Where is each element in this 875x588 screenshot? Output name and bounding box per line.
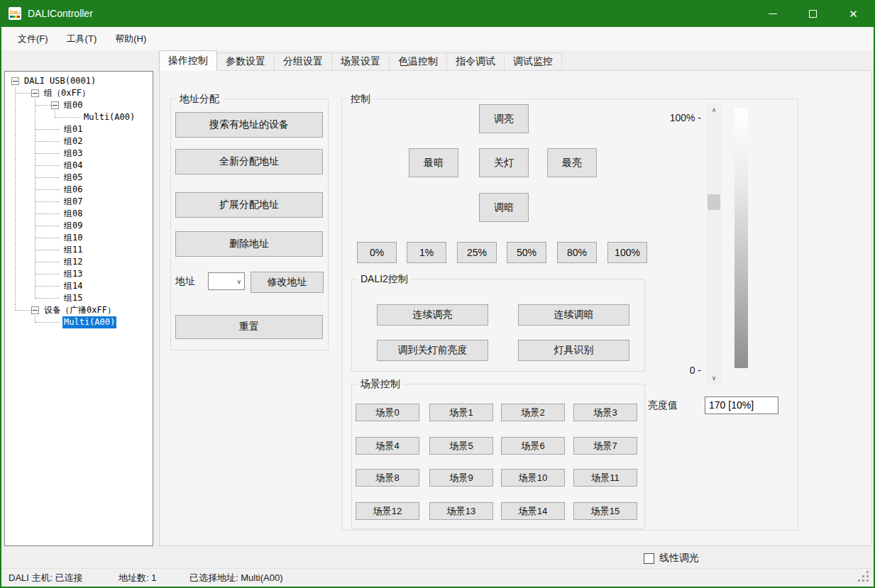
tree-item[interactable]: 组07 [5, 196, 153, 208]
tree-item[interactable]: 组11 [5, 244, 153, 256]
tree-item-label[interactable]: 组14 [62, 280, 84, 292]
tree-item-label[interactable]: 组03 [62, 148, 84, 160]
min-brightness-button[interactable]: 最暗 [409, 148, 458, 177]
max-brightness-button[interactable]: 最亮 [547, 148, 597, 177]
scene-10-button[interactable]: 场景10 [501, 469, 565, 487]
tree-item[interactable]: 组05 [5, 172, 153, 184]
tree-item[interactable]: 组09 [5, 220, 153, 232]
tree-item[interactable]: 组03 [5, 148, 153, 160]
scroll-down-button[interactable]: ∨ [707, 372, 721, 384]
tab-parameter-settings[interactable]: 参数设置 [217, 52, 275, 71]
tree-item-label[interactable]: 组07 [62, 196, 84, 208]
tab-operation-control[interactable]: 操作控制 [159, 50, 217, 71]
tree-item-label[interactable]: 组10 [62, 232, 84, 244]
tree-expand-minus-icon[interactable] [31, 306, 39, 314]
goto-last-level-button[interactable]: 调到关灯前亮度 [377, 340, 488, 361]
tree-item-label[interactable]: 组04 [62, 160, 84, 172]
tree-expand-minus-icon[interactable] [11, 77, 19, 85]
tree-item[interactable]: 组06 [5, 184, 153, 196]
reset-button[interactable]: 重置 [175, 315, 323, 339]
tree-item[interactable]: 组15 [5, 292, 153, 304]
scene-15-button[interactable]: 场景15 [573, 502, 637, 520]
scene-12-button[interactable]: 场景12 [356, 502, 419, 520]
tree-item[interactable]: 组00 [5, 99, 153, 111]
tree-item[interactable]: 组08 [5, 208, 153, 220]
continuous-dim-button[interactable]: 连续调暗 [518, 304, 629, 326]
brightness-value-field[interactable]: 170 [10%] [705, 396, 778, 414]
tree-item-label[interactable]: 组09 [62, 220, 84, 232]
menu-help[interactable]: 帮助(H) [106, 30, 155, 48]
continuous-brighten-button[interactable]: 连续调亮 [377, 304, 488, 326]
tab-scene-settings[interactable]: 场景设置 [332, 52, 390, 71]
scene-4-button[interactable]: 场景4 [356, 437, 419, 455]
tree-item[interactable]: 组10 [5, 232, 153, 244]
dim-button[interactable]: 调暗 [479, 193, 529, 222]
percent-1-button[interactable]: 1% [407, 242, 446, 263]
percent-100-button[interactable]: 100% [607, 242, 647, 263]
tree-expand-minus-icon[interactable] [51, 101, 59, 109]
tree-expand-minus-icon[interactable] [31, 89, 39, 97]
minimize-button[interactable] [752, 0, 793, 27]
scene-5-button[interactable]: 场景5 [429, 437, 493, 455]
tree-item[interactable]: 设备（广播0xFF） [5, 304, 153, 316]
scene-2-button[interactable]: 场景2 [501, 404, 565, 421]
tree-item-label[interactable]: Multi(A00) [82, 111, 136, 123]
scene-3-button[interactable]: 场景3 [573, 404, 637, 421]
tree-item-label[interactable]: 组02 [62, 135, 84, 148]
scene-9-button[interactable]: 场景9 [429, 469, 493, 487]
scene-0-button[interactable]: 场景0 [356, 404, 419, 421]
lamp-identify-button[interactable]: 灯具识别 [518, 340, 629, 361]
tree-item-label[interactable]: 组05 [62, 172, 84, 184]
tree-item-label[interactable]: 组13 [62, 268, 84, 280]
tree-item-label[interactable]: 设备（广播0xFF） [43, 304, 117, 316]
tree-item[interactable]: 组02 [5, 135, 153, 148]
tree-item-label[interactable]: DALI USB(0001) [23, 75, 97, 87]
tree-item[interactable]: 组04 [5, 160, 153, 172]
tree-item-label[interactable]: 组15 [62, 292, 84, 304]
modify-address-button[interactable]: 修改地址 [251, 272, 324, 293]
scene-14-button[interactable]: 场景14 [501, 502, 565, 520]
tree-item[interactable]: 组12 [5, 256, 153, 268]
linear-dimming-checkbox[interactable] [644, 553, 654, 564]
scene-13-button[interactable]: 场景13 [429, 502, 493, 520]
tree-item[interactable]: DALI USB(0001) [5, 75, 153, 87]
menu-tools[interactable]: 工具(T) [57, 30, 106, 48]
tree-item-label-selected[interactable]: Multi(A00) [62, 316, 116, 328]
tree-item[interactable]: Multi(A00) [5, 316, 153, 328]
assign-new-address-button[interactable]: 全新分配地址 [175, 149, 323, 174]
tree-item-label[interactable]: 组12 [62, 256, 84, 268]
light-off-button[interactable]: 关灯 [479, 148, 529, 177]
tab-debug-monitor[interactable]: 调试监控 [505, 52, 562, 71]
close-button[interactable]: ✕ [833, 0, 874, 27]
tree-item-label[interactable]: 组01 [62, 123, 84, 135]
scene-11-button[interactable]: 场景11 [573, 469, 637, 487]
brightness-scrollbar[interactable]: ∧ ∨ [707, 104, 721, 384]
scroll-up-button[interactable]: ∧ [707, 104, 721, 116]
tree-item[interactable]: 组（0xFF） [5, 87, 153, 99]
search-addressed-devices-button[interactable]: 搜索有地址的设备 [175, 112, 323, 138]
tree-item[interactable]: 组14 [5, 280, 153, 292]
resize-grip-icon[interactable] [858, 571, 860, 573]
tree-item-label[interactable]: 组06 [62, 184, 84, 196]
scrollbar-thumb[interactable] [708, 194, 720, 210]
tree-item[interactable]: 组01 [5, 123, 153, 135]
scene-1-button[interactable]: 场景1 [429, 404, 493, 421]
tree-item-label[interactable]: 组08 [62, 208, 84, 220]
scene-7-button[interactable]: 场景7 [573, 437, 637, 455]
delete-address-button[interactable]: 删除地址 [175, 231, 323, 257]
tab-command-debug[interactable]: 指令调试 [447, 52, 505, 71]
scene-6-button[interactable]: 场景6 [501, 437, 565, 455]
menu-file[interactable]: 文件(F) [9, 30, 57, 48]
tab-group-settings[interactable]: 分组设置 [275, 52, 332, 71]
maximize-button[interactable] [793, 0, 833, 27]
address-combobox[interactable]: ∨ [208, 272, 245, 290]
brighten-button[interactable]: 调亮 [479, 104, 529, 133]
percent-80-button[interactable]: 80% [557, 242, 597, 263]
percent-0-button[interactable]: 0% [357, 242, 397, 263]
percent-50-button[interactable]: 50% [507, 242, 546, 263]
tree-item-label[interactable]: 组00 [62, 99, 84, 111]
scene-8-button[interactable]: 场景8 [356, 469, 419, 487]
tree-item[interactable]: 组13 [5, 268, 153, 280]
extend-assign-address-button[interactable]: 扩展分配地址 [175, 192, 323, 218]
percent-25-button[interactable]: 25% [457, 242, 497, 263]
